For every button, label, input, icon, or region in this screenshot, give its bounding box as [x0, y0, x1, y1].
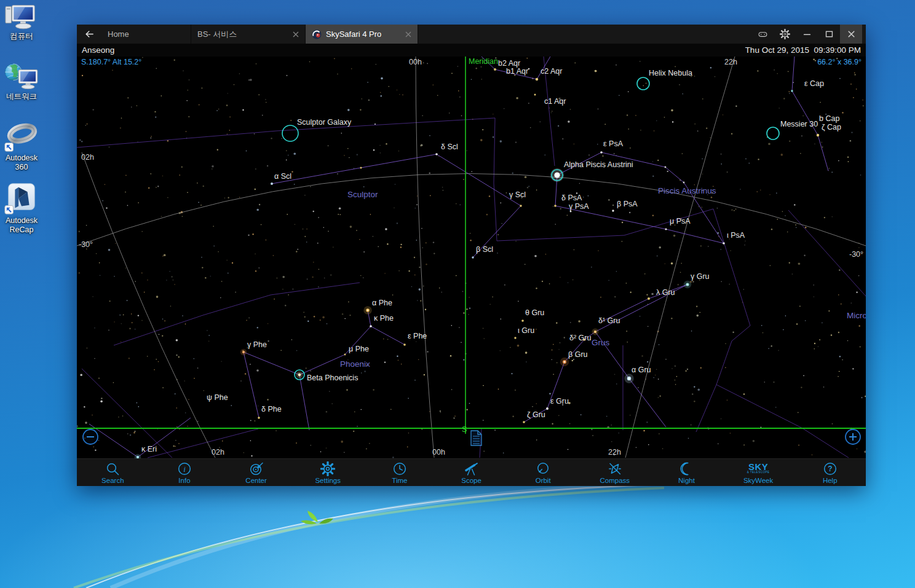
- desktop-icon-label: Autodesk360: [6, 154, 38, 172]
- tab-bs-service[interactable]: BS- 서비스: [191, 25, 306, 44]
- zoom-in-button[interactable]: [846, 429, 860, 444]
- back-button[interactable]: [77, 25, 101, 44]
- bottom-toolbar: SearchiInfoCenterSettingsTimeScopeOrbitC…: [77, 458, 866, 486]
- svg-text:i: i: [183, 464, 186, 473]
- tab-label: SkySafari 4 Pro: [326, 29, 401, 39]
- tab-label: BS- 서비스: [197, 29, 288, 40]
- time-icon: [392, 461, 407, 476]
- toolbar-orbit-button[interactable]: Orbit: [507, 459, 579, 486]
- info-icon: i: [177, 461, 192, 476]
- compass-icon: [608, 461, 622, 476]
- close-icon[interactable]: [405, 31, 411, 37]
- skysafari-app-icon: [312, 29, 322, 39]
- search-icon: [105, 461, 120, 476]
- help-icon: ?: [823, 461, 838, 476]
- wallpaper-sprig: [301, 511, 333, 524]
- zoom-out-button[interactable]: [83, 429, 98, 444]
- toolbar-compass-button[interactable]: Compass: [579, 459, 651, 486]
- toolbar-time-button[interactable]: Time: [364, 459, 436, 486]
- gear-icon: [780, 29, 790, 39]
- toolbar-button-label: Time: [392, 477, 407, 484]
- maximize-button[interactable]: [818, 25, 840, 44]
- desktop-icon-autodesk-360[interactable]: Autodesk360: [0, 122, 45, 172]
- autodesk-recap-icon: [4, 182, 39, 215]
- toolbar-scope-button[interactable]: Scope: [435, 459, 507, 486]
- settings-menu-button[interactable]: [774, 25, 796, 44]
- app-window: Home BS- 서비스 SkySafari 4 Pro: [77, 25, 866, 485]
- toolbar-button-label: Center: [245, 477, 267, 484]
- tab-bar: Home BS- 서비스 SkySafari 4 Pro: [77, 25, 866, 44]
- svg-text:?: ?: [828, 465, 832, 473]
- computer-icon: [4, 4, 39, 31]
- gamepad-icon: [758, 29, 768, 39]
- location-label: Anseong: [82, 45, 114, 55]
- status-bar: Anseong Thu Oct 29, 2015 09:39:00 PM: [77, 44, 866, 57]
- night-icon: [679, 461, 694, 476]
- maximize-icon: [824, 29, 834, 39]
- scope-icon: [464, 461, 479, 476]
- toolbar-night-button[interactable]: Night: [651, 459, 723, 486]
- orbit-icon: [536, 461, 550, 476]
- close-button[interactable]: [840, 25, 862, 44]
- sky-telescope-logo: SKY& TELESCOPE: [747, 461, 770, 476]
- center-icon: [249, 461, 264, 476]
- toolbar-button-label: Help: [823, 477, 838, 484]
- tab-label: Home: [108, 29, 184, 39]
- star-field: [77, 57, 866, 458]
- desktop: { "desktop":{ "icons":[ {"id":"computer"…: [0, 0, 915, 588]
- close-icon: [846, 29, 857, 39]
- minimize-icon: [802, 29, 812, 39]
- window-controls: [751, 25, 866, 44]
- desktop-icon-label: AutodeskReCap: [6, 216, 38, 235]
- toolbar-button-label: Scope: [461, 477, 481, 484]
- toolbar-button-label: Compass: [600, 477, 630, 484]
- toolbar-button-label: Settings: [315, 477, 341, 484]
- toolbar-center-button[interactable]: Center: [220, 459, 292, 486]
- dso-ring: [637, 77, 649, 90]
- toolbar-button-label: Search: [101, 477, 124, 484]
- event-document-icon[interactable]: [471, 431, 481, 445]
- toolbar-button-label: SkyWeek: [743, 477, 773, 484]
- toolbar-settings-button[interactable]: Settings: [292, 459, 364, 486]
- toolbar-skyweek-button[interactable]: SKY& TELESCOPESkyWeek: [723, 459, 794, 486]
- tab-home[interactable]: Home: [101, 25, 191, 44]
- gamepad-button[interactable]: [751, 25, 774, 44]
- dso-ring: [767, 127, 779, 139]
- dso-ring: [282, 125, 298, 141]
- network-icon: [4, 61, 39, 91]
- autodesk-360-icon: [4, 122, 39, 152]
- desktop-icon-autodesk-recap[interactable]: AutodeskReCap: [0, 182, 45, 235]
- toolbar-search-button[interactable]: Search: [77, 459, 149, 486]
- toolbar-button-label: Info: [178, 477, 190, 484]
- desktop-icon-network[interactable]: 네트워크: [0, 61, 45, 101]
- tab-skysafari[interactable]: SkySafari 4 Pro: [306, 25, 418, 44]
- toolbar-button-label: Night: [678, 477, 695, 484]
- sky-chart[interactable]: S.180.7° Alt 15.2°66.2° x 36.9°MeridianS…: [77, 57, 866, 458]
- toolbar-help-button[interactable]: ?Help: [794, 459, 866, 486]
- minimize-button[interactable]: [796, 25, 818, 44]
- back-arrow-icon: [84, 29, 95, 39]
- desktop-icon-label: 네트워크: [6, 92, 37, 101]
- toolbar-button-label: Orbit: [536, 477, 551, 484]
- toolbar-info-button[interactable]: iInfo: [149, 459, 221, 486]
- desktop-icon-computer[interactable]: 컴퓨터: [0, 4, 45, 41]
- settings-icon: [320, 461, 335, 476]
- tabbar-spacer: [418, 25, 751, 44]
- close-icon[interactable]: [293, 31, 299, 37]
- desktop-icon-label: 컴퓨터: [10, 32, 33, 41]
- datetime-label: Thu Oct 29, 2015 09:39:00 PM: [745, 45, 861, 55]
